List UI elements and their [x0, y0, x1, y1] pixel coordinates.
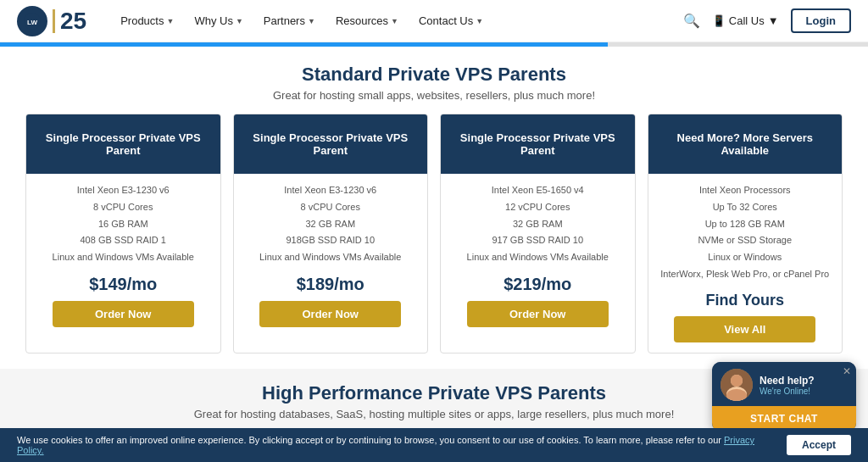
- card-need-more: Need More? More Servers Available Intel …: [648, 114, 843, 353]
- call-us-nav[interactable]: 📱 Call Us ▼: [712, 14, 779, 27]
- card-1-order-button[interactable]: Order Now: [53, 301, 194, 327]
- chat-widget: Need help? We're Online! ✕ START CHAT: [712, 362, 856, 431]
- card-2-price: $189/mo: [242, 275, 420, 294]
- nav-products[interactable]: Products ▼: [112, 9, 182, 32]
- card-2-order-button[interactable]: Order Now: [259, 301, 401, 327]
- card-need-more-header: Need More? More Servers Available: [648, 114, 843, 174]
- card-1-body: Intel Xeon E3-1230 v6 8 vCPU Cores 16 GB…: [26, 174, 220, 337]
- products-arrow-icon: ▼: [166, 17, 174, 25]
- nav-partners[interactable]: Partners ▼: [255, 9, 324, 32]
- chat-avatar: [721, 369, 753, 401]
- chat-text: Need help? We're Online!: [760, 375, 815, 396]
- login-button[interactable]: Login: [791, 8, 851, 33]
- cookie-bar: We use cookies to offer an improved onli…: [0, 428, 868, 462]
- chat-header: Need help? We're Online! ✕: [712, 362, 856, 406]
- find-yours-label: Find Yours: [657, 292, 834, 309]
- standard-cards-grid: Single Processor Private VPS Parent Inte…: [25, 114, 843, 353]
- phone-icon: 📱: [712, 14, 726, 27]
- resources-arrow-icon: ▼: [391, 17, 398, 25]
- cookie-text: We use cookies to offer an improved onli…: [17, 435, 770, 455]
- svg-point-5: [731, 375, 743, 387]
- nav-resources[interactable]: Resources ▼: [327, 9, 407, 32]
- main-content: Standard Private VPS Parents Great for h…: [0, 47, 868, 353]
- card-2-header: Single Processor Private VPS Parent: [234, 114, 428, 174]
- search-icon[interactable]: 🔍: [683, 13, 700, 29]
- view-all-button[interactable]: View All: [674, 316, 815, 342]
- card-2-specs: Intel Xeon E3-1230 v6 8 vCPU Cores 32 GB…: [242, 182, 420, 266]
- logo-icon: LW: [17, 6, 47, 36]
- svg-text:LW: LW: [27, 19, 37, 26]
- chat-subtitle: We're Online!: [760, 387, 815, 396]
- card-3-order-button[interactable]: Order Now: [467, 301, 609, 327]
- navbar-right: 🔍 📱 Call Us ▼ Login: [683, 8, 851, 33]
- card-1-specs: Intel Xeon E3-1230 v6 8 vCPU Cores 16 GB…: [35, 182, 212, 266]
- card-3: Single Processor Private VPS Parent Inte…: [440, 114, 636, 353]
- contact-arrow-icon: ▼: [476, 17, 483, 25]
- card-need-more-body: Intel Xeon Processors Up To 32 Cores Up …: [648, 174, 843, 353]
- accept-cookies-button[interactable]: Accept: [787, 435, 851, 455]
- call-arrow-icon: ▼: [768, 14, 779, 27]
- card-1-price: $149/mo: [35, 275, 212, 294]
- card-2: Single Processor Private VPS Parent Inte…: [233, 114, 429, 353]
- card-need-more-specs: Intel Xeon Processors Up To 32 Cores Up …: [657, 182, 834, 283]
- card-3-header: Single Processor Private VPS Parent: [441, 114, 635, 174]
- card-3-specs: Intel Xeon E5-1650 v4 12 vCPU Cores 32 G…: [449, 182, 626, 266]
- logo-25: 25: [53, 9, 86, 33]
- card-3-price: $219/mo: [449, 275, 626, 294]
- nav-contact-us[interactable]: Contact Us ▼: [410, 9, 492, 32]
- nav-why-us[interactable]: Why Us ▼: [186, 9, 251, 32]
- why-us-arrow-icon: ▼: [236, 17, 243, 25]
- card-3-body: Intel Xeon E5-1650 v4 12 vCPU Cores 32 G…: [441, 174, 635, 337]
- logo[interactable]: LW 25: [17, 6, 86, 36]
- partners-arrow-icon: ▼: [308, 17, 315, 25]
- card-1: Single Processor Private VPS Parent Inte…: [25, 114, 221, 353]
- standard-section-subtitle: Great for hosting small apps, websites, …: [25, 89, 843, 102]
- navbar: LW 25 Products ▼ Why Us ▼ Partners ▼ Res…: [0, 0, 868, 42]
- nav-menu: Products ▼ Why Us ▼ Partners ▼ Resources…: [112, 9, 683, 32]
- chat-title: Need help?: [760, 375, 815, 387]
- standard-section-title: Standard Private VPS Parents: [25, 64, 843, 86]
- card-1-header: Single Processor Private VPS Parent: [26, 114, 220, 174]
- card-2-body: Intel Xeon E3-1230 v6 8 vCPU Cores 32 GB…: [234, 174, 428, 337]
- chat-close-icon[interactable]: ✕: [843, 365, 851, 377]
